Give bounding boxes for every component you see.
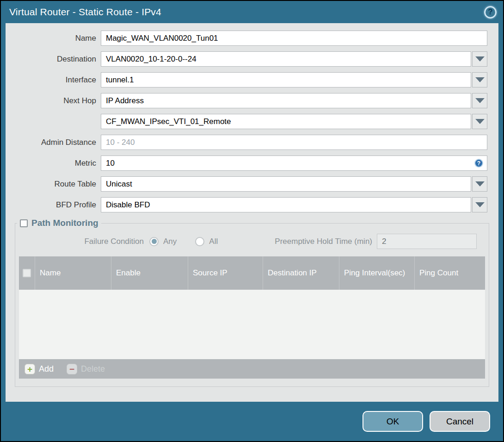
metric-row: Metric ? <box>6 156 487 171</box>
bfd-profile-label: BFD Profile <box>6 200 101 210</box>
route-table-label: Route Table <box>6 180 101 189</box>
chevron-down-icon <box>475 56 485 62</box>
path-monitoring-legend: Path Monitoring <box>17 218 101 228</box>
chevron-down-icon <box>475 202 485 207</box>
admin-distance-row: Admin Distance <box>6 135 487 150</box>
interface-label: Interface <box>6 75 101 85</box>
failure-condition-row: Failure Condition Any All Preemptive Hol… <box>15 234 477 249</box>
name-row: Name <box>6 31 487 46</box>
table-body-empty <box>19 290 485 359</box>
preemptive-hold-group: Preemptive Hold Time (min) <box>275 234 477 249</box>
name-label: Name <box>6 34 101 43</box>
static-route-dialog: Virtual Router - Static Route - IPv4 ? N… <box>0 0 504 442</box>
plus-icon: + <box>25 364 35 374</box>
destination-dropdown-button[interactable] <box>472 51 487 67</box>
column-header-ping-interval[interactable]: Ping Interval(sec) <box>339 256 414 290</box>
chevron-down-icon <box>475 181 485 187</box>
metric-label: Metric <box>6 159 101 168</box>
radio-option-all: All <box>195 237 218 246</box>
admin-distance-input[interactable] <box>101 135 487 150</box>
interface-dropdown-button[interactable] <box>472 72 487 87</box>
chevron-down-icon <box>475 77 485 82</box>
select-all-cell <box>19 256 35 290</box>
chevron-down-icon <box>475 98 485 103</box>
bfd-profile-input[interactable] <box>101 197 471 212</box>
radio-any-label: Any <box>163 237 177 246</box>
next-hop-address-dropdown-button[interactable] <box>472 114 487 129</box>
route-table-input[interactable] <box>101 176 471 192</box>
ok-button[interactable]: OK <box>363 411 423 432</box>
failure-condition-label: Failure Condition <box>15 237 149 246</box>
column-header-enable[interactable]: Enable <box>111 256 188 290</box>
route-table-row: Route Table <box>6 176 487 192</box>
dialog-body: Name Destination Interface <box>6 23 498 402</box>
next-hop-dropdown-button[interactable] <box>472 93 487 108</box>
table-header: Name Enable Source IP Destination IP Pin… <box>19 256 485 290</box>
column-header-source-ip[interactable]: Source IP <box>188 256 263 290</box>
interface-input[interactable] <box>101 72 471 87</box>
metric-input[interactable] <box>101 156 487 171</box>
bfd-profile-dropdown-button[interactable] <box>472 197 487 212</box>
next-hop-address-row <box>6 114 487 129</box>
dialog-footer: OK Cancel <box>1 402 503 441</box>
radio-selected-dot <box>152 239 157 244</box>
column-header-destination-ip[interactable]: Destination IP <box>263 256 339 290</box>
delete-button[interactable]: − Delete <box>67 364 105 374</box>
radio-any[interactable] <box>149 237 159 246</box>
cancel-button[interactable]: Cancel <box>430 411 490 432</box>
dialog-title: Virtual Router - Static Route - IPv4 <box>9 6 161 18</box>
destination-label: Destination <box>6 55 101 64</box>
select-all-checkbox[interactable] <box>23 269 31 277</box>
route-table-dropdown-button[interactable] <box>472 176 487 192</box>
add-button[interactable]: + Add <box>25 364 54 374</box>
add-button-label: Add <box>39 364 54 374</box>
delete-button-label: Delete <box>81 364 105 374</box>
destination-input[interactable] <box>101 51 471 67</box>
column-header-ping-count[interactable]: Ping Count <box>414 256 485 290</box>
path-monitoring-checkbox[interactable] <box>20 219 28 227</box>
radio-option-any: Any <box>149 237 177 246</box>
metric-help-icon[interactable]: ? <box>474 159 483 168</box>
column-header-name[interactable]: Name <box>35 256 111 290</box>
title-bar: Virtual Router - Static Route - IPv4 ? <box>1 1 503 23</box>
path-monitoring-title: Path Monitoring <box>31 218 98 228</box>
radio-all-label: All <box>209 237 218 246</box>
next-hop-address-input[interactable] <box>101 114 471 129</box>
admin-distance-label: Admin Distance <box>6 138 101 147</box>
next-hop-label: Next Hop <box>6 96 101 106</box>
next-hop-row: Next Hop <box>6 93 487 108</box>
bfd-profile-row: BFD Profile <box>6 197 487 212</box>
failure-condition-radio-group: Any All <box>149 237 236 246</box>
path-monitoring-table: Name Enable Source IP Destination IP Pin… <box>19 256 485 379</box>
destination-row: Destination <box>6 51 487 67</box>
interface-row: Interface <box>6 72 487 87</box>
radio-all[interactable] <box>195 237 204 246</box>
chevron-down-icon <box>475 119 485 124</box>
minus-icon: − <box>67 364 77 374</box>
next-hop-type-input[interactable] <box>101 93 471 108</box>
help-icon[interactable]: ? <box>484 6 497 19</box>
table-footer: + Add − Delete <box>19 359 485 379</box>
name-input[interactable] <box>101 31 487 46</box>
preemptive-hold-input[interactable] <box>377 234 477 249</box>
path-monitoring-group: Path Monitoring Failure Condition Any Al… <box>15 218 489 387</box>
preemptive-hold-label: Preemptive Hold Time (min) <box>275 237 377 246</box>
